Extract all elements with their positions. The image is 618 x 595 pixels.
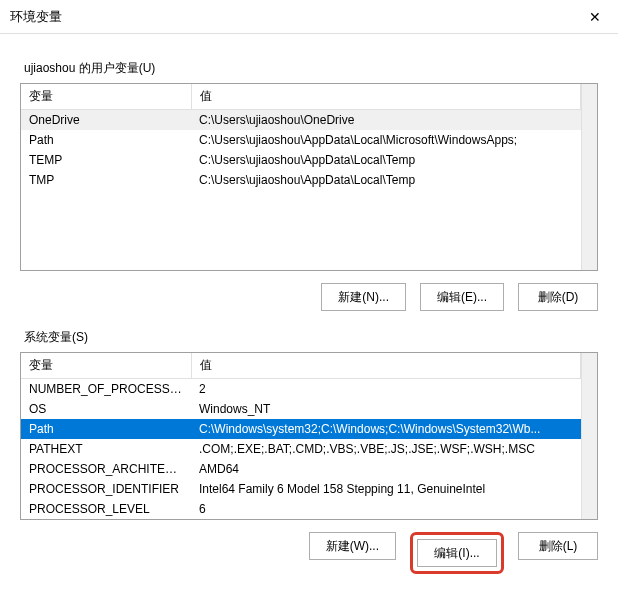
table-row[interactable]: PathC:\Windows\system32;C:\Windows;C:\Wi…	[21, 419, 581, 439]
var-value-cell: C:\Users\ujiaoshou\AppData\Local\Microso…	[191, 130, 581, 150]
var-value-cell: Intel64 Family 6 Model 158 Stepping 11, …	[191, 479, 581, 499]
close-icon: ✕	[589, 9, 601, 25]
user-edit-button[interactable]: 编辑(E)...	[420, 283, 504, 311]
system-delete-button[interactable]: 删除(L)	[518, 532, 598, 560]
table-row[interactable]: NUMBER_OF_PROCESSORS2	[21, 379, 581, 400]
system-vars-buttons: 新建(W)... 编辑(I)... 删除(L)	[20, 532, 598, 574]
window-title: 环境变量	[10, 8, 62, 26]
var-name-cell: NUMBER_OF_PROCESSORS	[21, 379, 191, 400]
var-value-cell: C:\Users\ujiaoshou\AppData\Local\Temp	[191, 170, 581, 190]
var-value-cell: C:\Users\ujiaoshou\OneDrive	[191, 110, 581, 131]
table-row[interactable]: PATHEXT.COM;.EXE;.BAT;.CMD;.VBS;.VBE;.JS…	[21, 439, 581, 459]
close-button[interactable]: ✕	[572, 0, 618, 34]
table-header-row: 变量 值	[21, 84, 581, 110]
user-vars-table: 变量 值 OneDriveC:\Users\ujiaoshou\OneDrive…	[20, 83, 598, 271]
scrollbar[interactable]	[581, 84, 597, 270]
var-name-cell: PROCESSOR_LEVEL	[21, 499, 191, 519]
table-header-row: 变量 值	[21, 353, 581, 379]
var-name-cell: OS	[21, 399, 191, 419]
var-name-cell: TMP	[21, 170, 191, 190]
var-name-cell: OneDrive	[21, 110, 191, 131]
var-value-cell: AMD64	[191, 459, 581, 479]
var-value-cell: C:\Users\ujiaoshou\AppData\Local\Temp	[191, 150, 581, 170]
table-row[interactable]: OSWindows_NT	[21, 399, 581, 419]
var-name-cell: PROCESSOR_IDENTIFIER	[21, 479, 191, 499]
var-value-cell: 6	[191, 499, 581, 519]
user-new-button[interactable]: 新建(N)...	[321, 283, 406, 311]
system-edit-button[interactable]: 编辑(I)...	[417, 539, 497, 567]
var-name-cell: Path	[21, 419, 191, 439]
var-value-cell: .COM;.EXE;.BAT;.CMD;.VBS;.VBE;.JS;.JSE;.…	[191, 439, 581, 459]
var-value-cell: 2	[191, 379, 581, 400]
table-row[interactable]: PathC:\Users\ujiaoshou\AppData\Local\Mic…	[21, 130, 581, 150]
var-name-cell: PATHEXT	[21, 439, 191, 459]
titlebar: 环境变量 ✕	[0, 0, 618, 34]
user-vars-buttons: 新建(N)... 编辑(E)... 删除(D)	[20, 283, 598, 311]
system-vars-label: 系统变量(S)	[24, 329, 598, 346]
col-header-value[interactable]: 值	[191, 84, 581, 110]
var-name-cell: PROCESSOR_ARCHITECT...	[21, 459, 191, 479]
table-row[interactable]: PROCESSOR_ARCHITECT...AMD64	[21, 459, 581, 479]
edit-button-highlight: 编辑(I)...	[410, 532, 504, 574]
scrollbar[interactable]	[581, 353, 597, 519]
col-header-name[interactable]: 变量	[21, 353, 191, 379]
var-value-cell: Windows_NT	[191, 399, 581, 419]
table-row[interactable]: PROCESSOR_LEVEL6	[21, 499, 581, 519]
var-name-cell: TEMP	[21, 150, 191, 170]
col-header-name[interactable]: 变量	[21, 84, 191, 110]
table-row[interactable]: TMPC:\Users\ujiaoshou\AppData\Local\Temp	[21, 170, 581, 190]
system-vars-table: 变量 值 NUMBER_OF_PROCESSORS2OSWindows_NTPa…	[20, 352, 598, 520]
system-new-button[interactable]: 新建(W)...	[309, 532, 396, 560]
user-vars-label: ujiaoshou 的用户变量(U)	[24, 60, 598, 77]
table-row[interactable]: TEMPC:\Users\ujiaoshou\AppData\Local\Tem…	[21, 150, 581, 170]
var-name-cell: Path	[21, 130, 191, 150]
var-value-cell: C:\Windows\system32;C:\Windows;C:\Window…	[191, 419, 581, 439]
user-delete-button[interactable]: 删除(D)	[518, 283, 598, 311]
col-header-value[interactable]: 值	[191, 353, 581, 379]
table-row[interactable]: OneDriveC:\Users\ujiaoshou\OneDrive	[21, 110, 581, 131]
table-row[interactable]: PROCESSOR_IDENTIFIERIntel64 Family 6 Mod…	[21, 479, 581, 499]
